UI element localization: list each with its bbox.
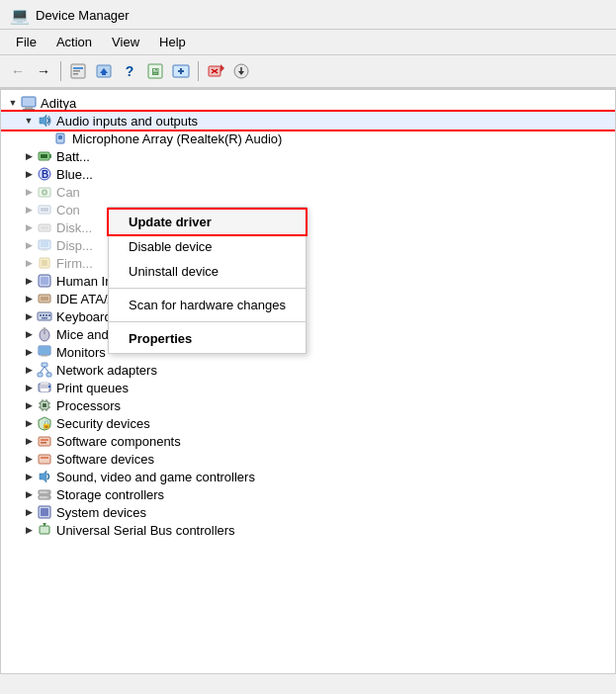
tree-usb[interactable]: Universal Serial Bus controllers	[1, 521, 615, 539]
svg-rect-56	[40, 347, 49, 354]
tree-storage[interactable]: Storage controllers	[1, 485, 615, 503]
network-label: Network adapters	[56, 363, 157, 378]
svg-rect-88	[41, 508, 48, 516]
bluetooth-expand-arrow[interactable]	[21, 166, 37, 182]
disk-expand-arrow[interactable]	[21, 219, 37, 235]
svg-rect-35	[41, 226, 48, 229]
context-separator-2	[109, 321, 306, 322]
softwarecomp-expand-arrow[interactable]	[21, 433, 37, 449]
storage-expand-arrow[interactable]	[21, 486, 37, 502]
controllers-expand-arrow[interactable]	[21, 202, 37, 217]
context-disable-device[interactable]: Disable device	[109, 234, 306, 259]
sound-label: Sound, video and game controllers	[56, 470, 255, 484]
menu-action[interactable]: Action	[48, 32, 100, 52]
controllers-label: Con	[56, 203, 80, 217]
tree-network[interactable]: Network adapters	[1, 361, 615, 379]
svg-point-31	[44, 191, 46, 194]
tree-softwaredev[interactable]: Software devices	[1, 450, 615, 468]
network-icon	[37, 362, 52, 378]
tree-firmware[interactable]: Firm...	[1, 254, 615, 272]
tree-microphone[interactable]: Microphone Array (Realtek(R) Audio)	[1, 130, 615, 147]
tree-keyboards[interactable]: Keyboards	[1, 307, 615, 325]
svg-point-53	[44, 327, 46, 331]
context-update-driver[interactable]: Update driver	[109, 210, 306, 234]
root-expand-arrow[interactable]	[5, 95, 21, 111]
monitors-icon	[37, 344, 52, 360]
tree-security[interactable]: 🔒 Security devices	[1, 414, 615, 432]
keyboards-expand-arrow[interactable]	[21, 308, 37, 324]
firmware-expand-arrow[interactable]	[21, 255, 37, 271]
update-driver-toolbar-button[interactable]	[92, 59, 116, 83]
tree-monitors[interactable]: Monitors	[1, 343, 615, 361]
bluetooth-icon: B	[37, 166, 52, 182]
tree-hid[interactable]: Human Interface Devices	[1, 272, 615, 290]
softwaredev-expand-arrow[interactable]	[21, 451, 37, 467]
svg-rect-37	[42, 249, 47, 251]
context-scan-hardware[interactable]: Scan for hardware changes	[109, 293, 306, 317]
back-button[interactable]: ←	[6, 59, 30, 83]
add-driver-button[interactable]	[169, 59, 193, 83]
display-expand-arrow[interactable]	[21, 237, 37, 253]
security-expand-arrow[interactable]	[21, 415, 37, 431]
print-expand-arrow[interactable]	[21, 380, 37, 395]
hid-expand-arrow[interactable]	[21, 273, 37, 289]
remove-device-button[interactable]	[204, 59, 227, 83]
softwaredev-label: Software devices	[56, 452, 154, 467]
cameras-icon	[37, 184, 52, 200]
svg-rect-3	[73, 73, 78, 75]
download-button[interactable]	[229, 59, 253, 83]
svg-rect-18	[22, 97, 36, 107]
tree-mice[interactable]: Mice and other pointing devices	[1, 325, 615, 343]
title-bar: 💻 Device Manager	[0, 0, 616, 30]
menu-file[interactable]: File	[8, 32, 44, 52]
system-expand-arrow[interactable]	[21, 504, 37, 520]
svg-rect-65	[48, 386, 50, 388]
display-label: Disp...	[56, 238, 93, 253]
menu-view[interactable]: View	[104, 32, 147, 52]
properties-button[interactable]	[66, 59, 90, 83]
help-button[interactable]: ?	[118, 59, 141, 83]
svg-rect-55	[42, 355, 47, 357]
tree-audio[interactable]: Audio inputs and outputs	[1, 112, 615, 130]
usb-expand-arrow[interactable]	[21, 522, 37, 538]
firmware-icon	[37, 255, 52, 271]
tree-softwarecomp[interactable]: Software components	[1, 432, 615, 450]
svg-rect-19	[25, 107, 33, 109]
svg-rect-1	[73, 67, 83, 69]
context-uninstall-device[interactable]: Uninstall device	[109, 259, 306, 284]
network-expand-arrow[interactable]	[21, 362, 37, 378]
tree-disk[interactable]: Disk...	[1, 218, 615, 236]
monitors-expand-arrow[interactable]	[21, 344, 37, 360]
sound-expand-arrow[interactable]	[21, 469, 37, 484]
tree-controllers[interactable]: Con	[1, 201, 615, 218]
toolbar: ← → ? 🖥	[0, 55, 616, 89]
svg-rect-33	[41, 208, 48, 212]
menu-bar: File Action View Help	[0, 30, 616, 55]
mice-icon	[37, 326, 52, 342]
menu-help[interactable]: Help	[151, 32, 194, 52]
cameras-label: Can	[56, 185, 80, 200]
tree-cameras[interactable]: Can	[1, 183, 615, 201]
title-bar-icon: 💻	[10, 6, 30, 25]
svg-rect-80	[39, 455, 50, 464]
tree-display[interactable]: Disp...	[1, 236, 615, 254]
cameras-expand-arrow[interactable]	[21, 184, 37, 200]
batteries-expand-arrow[interactable]	[21, 148, 37, 164]
tree-batteries[interactable]: Batt...	[1, 147, 615, 165]
tree-bluetooth[interactable]: B Blue...	[1, 165, 615, 183]
tree-print[interactable]: Print queues	[1, 379, 615, 396]
tree-system[interactable]: System devices	[1, 503, 615, 521]
tree-processors[interactable]: Processors	[1, 396, 615, 414]
processors-expand-arrow[interactable]	[21, 397, 37, 413]
microphone-label: Microphone Array (Realtek(R) Audio)	[72, 131, 282, 146]
tree-sound[interactable]: Sound, video and game controllers	[1, 468, 615, 485]
ide-expand-arrow[interactable]	[21, 291, 37, 306]
forward-button[interactable]: →	[32, 59, 55, 83]
context-properties[interactable]: Properties	[109, 326, 306, 351]
tree-ide[interactable]: IDE ATA/ATAPI controllers	[1, 290, 615, 307]
scan-changes-button[interactable]: 🖥	[143, 59, 167, 83]
audio-expand-arrow[interactable]	[21, 113, 37, 129]
print-label: Print queues	[56, 381, 129, 395]
mice-expand-arrow[interactable]	[21, 326, 37, 342]
tree-root[interactable]: Aditya	[1, 94, 615, 112]
